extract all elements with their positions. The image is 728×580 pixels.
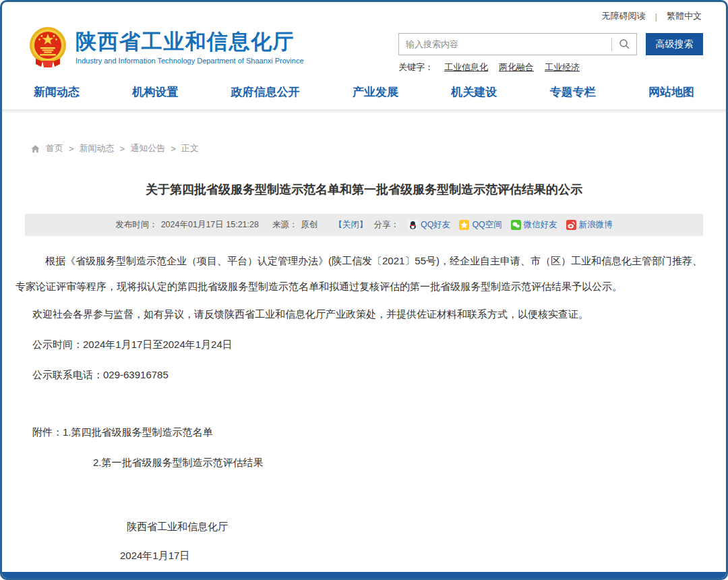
weibo-icon	[566, 220, 576, 230]
publish-time-label: 发布时间：	[115, 219, 158, 231]
signature-org: 陕西省工业和信息化厅	[16, 514, 712, 540]
search-button[interactable]	[612, 34, 636, 55]
share-weibo-button[interactable]: 新浪微博	[566, 219, 613, 231]
share-qq-label: QQ好友	[421, 219, 450, 231]
header: 陕西省工业和信息化厅 Industry and Information Tech…	[2, 22, 726, 76]
article-content: 首页 > 新闻动态 > 通知公告 > 正文 关于第四批省级服务型制造示范名单和第…	[2, 142, 726, 569]
traditional-chinese-link[interactable]: 繁體中文	[667, 10, 702, 22]
breadcrumb-sep: >	[171, 144, 176, 154]
share-wechat-button[interactable]: 微信好友	[511, 219, 557, 231]
nav-item-gov-info[interactable]: 政府信息公开	[231, 84, 300, 100]
share-wechat-label: 微信好友	[524, 219, 557, 231]
accessibility-link[interactable]: 无障碍阅读	[602, 10, 646, 22]
site-logo[interactable]: 陕西省工业和信息化厅 Industry and Information Tech…	[29, 26, 304, 68]
top-utility-bar: 无障碍阅读 | 繁體中文	[2, 2, 726, 22]
national-emblem-icon	[29, 26, 67, 68]
close-button[interactable]: 【关闭】	[334, 219, 367, 231]
keywords-label: 关键字：	[398, 61, 433, 74]
attachment-2-link[interactable]: 2.第一批省级服务型制造示范评估结果	[93, 457, 264, 468]
search-input[interactable]	[399, 34, 611, 55]
breadcrumb-news[interactable]: 新闻动态	[80, 142, 115, 154]
source-value: 原创	[301, 219, 317, 231]
page-title: 关于第四批省级服务型制造示范名单和第一批省级服务型制造示范评估结果的公示	[16, 181, 712, 198]
main-nav: 新闻动态 机构设置 政府信息公开 产业发展 机关建设 专题专栏 网站地图	[2, 78, 726, 109]
share-qzone-button[interactable]: QQ空间	[459, 219, 502, 231]
signature-date: 2024年1月17日	[16, 543, 712, 569]
home-icon	[30, 144, 40, 154]
publicity-period: 公示时间：2024年1月17日至2024年1月24日	[16, 332, 712, 357]
nav-item-industry[interactable]: 产业发展	[353, 84, 398, 100]
breadcrumb: 首页 > 新闻动态 > 通知公告 > 正文	[30, 142, 712, 154]
attachments-label: 附件：	[32, 426, 63, 438]
wechat-icon	[511, 220, 521, 230]
site-subtitle: Industry and Information Technology Depa…	[75, 57, 304, 65]
publish-time: 2024年01月17日 15:21:28	[161, 219, 259, 231]
hot-keywords: 关键字： 工业信息化 两化融合 工业经济	[398, 61, 703, 74]
keyword-link-1[interactable]: 工业信息化	[444, 61, 488, 74]
nav-item-agency[interactable]: 机关建设	[451, 84, 497, 100]
share-label: 分享：	[373, 219, 399, 231]
nav-item-organization[interactable]: 机构设置	[132, 84, 178, 100]
site-title-block: 陕西省工业和信息化厅 Industry and Information Tech…	[75, 30, 304, 65]
nav-item-news[interactable]: 新闻动态	[34, 84, 80, 100]
attachment-2: 2.第一批省级服务型制造示范评估结果	[16, 450, 712, 475]
nav-item-special[interactable]: 专题专栏	[550, 84, 596, 100]
contact-phone: 公示联系电话：029-63916785	[16, 362, 712, 388]
keyword-link-3[interactable]: 工业经济	[545, 61, 580, 74]
qq-icon	[408, 220, 418, 230]
keyword-link-2[interactable]: 两化融合	[499, 61, 534, 74]
share-qzone-label: QQ空间	[472, 219, 502, 231]
breadcrumb-sep: >	[69, 144, 74, 154]
share-qq-button[interactable]: QQ好友	[408, 219, 450, 231]
qzone-icon	[459, 220, 469, 230]
search-area: 高级搜索 关键字： 工业信息化 两化融合 工业经济	[398, 33, 703, 74]
paragraph-supervision: 欢迎社会各界参与监督，如有异议，请反馈陕西省工业和信息化厅产业政策处，并提供佐证…	[16, 301, 712, 327]
nav-divider	[2, 109, 726, 114]
site-title: 陕西省工业和信息化厅	[75, 30, 304, 54]
article-meta-bar: 发布时间：2024年01月17日 15:21:28 来源：原创 【关闭】 分享：…	[25, 214, 703, 236]
breadcrumb-sep: >	[120, 144, 125, 154]
page: 无障碍阅读 | 繁體中文	[0, 0, 728, 580]
attachment-1-link[interactable]: 1.第四批省级服务型制造示范名单	[63, 426, 213, 438]
footer-bar	[2, 572, 726, 578]
nav-item-sitemap[interactable]: 网站地图	[648, 84, 694, 100]
topbar-divider: |	[655, 11, 657, 22]
breadcrumb-notices[interactable]: 通知公告	[130, 142, 165, 154]
breadcrumb-current: 正文	[181, 142, 199, 154]
search-box	[398, 33, 637, 55]
search-icon	[619, 38, 630, 50]
share-weibo-label: 新浪微博	[579, 219, 613, 231]
paragraph-basis: 根据《省级服务型制造示范企业（项目、平台）认定管理办法》(陕工信发〔2021〕5…	[16, 248, 712, 299]
attachment-1: 附件：1.第四批省级服务型制造示范名单	[16, 419, 712, 445]
source-label: 来源：	[272, 219, 298, 231]
advanced-search-button[interactable]: 高级搜索	[646, 33, 703, 55]
breadcrumb-home[interactable]: 首页	[46, 142, 63, 154]
